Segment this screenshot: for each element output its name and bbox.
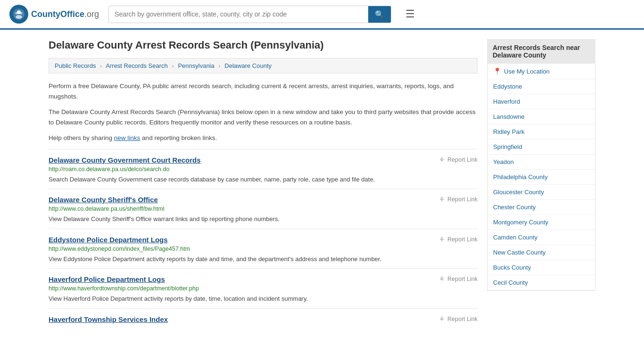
report-link-3[interactable]: ⚘ Report Link (439, 275, 478, 283)
sidebar-item-label: Montgomery County (493, 219, 548, 226)
sidebar-item-8[interactable]: Gloucester County (487, 185, 595, 199)
sidebar-item-4[interactable]: Ridley Park (487, 124, 595, 139)
sidebar-item-13[interactable]: Bucks County (487, 260, 595, 275)
sidebar-item-label: Ridley Park (493, 128, 524, 135)
search-button[interactable]: 🔍 (368, 6, 391, 23)
description-section: Perform a free Delaware County, PA publi… (49, 81, 478, 143)
sidebar-list-item: Gloucester County (487, 185, 595, 200)
sidebar-item-6[interactable]: Yeadon (487, 155, 595, 169)
desc-2: The Delaware County Arrest Records Searc… (49, 107, 478, 127)
logo-link[interactable]: CountyOffice.org (9, 5, 99, 24)
breadcrumb-delaware-county[interactable]: Delaware County (224, 62, 272, 69)
content-area: Delaware County Arrest Records Search (P… (49, 39, 478, 330)
sidebar-item-1[interactable]: Eddystone (487, 79, 595, 94)
sidebar-list-item: Haverford (487, 94, 595, 109)
breadcrumb-arrest-records[interactable]: Arrest Records Search (106, 62, 168, 69)
report-icon-1: ⚘ (439, 196, 445, 203)
sidebar-item-3[interactable]: Lansdowne (487, 109, 595, 124)
desc-3: Help others by sharing new links and rep… (49, 133, 478, 143)
menu-icon[interactable]: ☰ (405, 8, 415, 20)
breadcrumb-sep-3: › (218, 62, 220, 69)
sidebar-item-label: Yeadon (493, 158, 514, 165)
sidebar-item-label: Springfield (493, 143, 522, 150)
result-title-4[interactable]: Haverford Township Services Index (49, 315, 168, 323)
sidebar-item-label: Eddystone (493, 83, 522, 90)
result-header: Haverford Township Services Index ⚘ Repo… (49, 315, 478, 323)
sidebar-item-2[interactable]: Haverford (487, 94, 595, 109)
logo-icon (9, 5, 28, 24)
result-title-1[interactable]: Delaware County Sheriff's Office (49, 196, 158, 204)
sidebar-item-label: Use My Location (504, 68, 550, 75)
sidebar-list-item: Eddystone (487, 79, 595, 94)
sidebar-item-11[interactable]: Camden County (487, 230, 595, 245)
new-links-link[interactable]: new links (114, 134, 140, 141)
sidebar-list-item: New Castle County (487, 245, 595, 260)
breadcrumb-sep-1: › (100, 62, 102, 69)
result-title-2[interactable]: Eddystone Police Department Logs (49, 236, 168, 244)
sidebar-item-5[interactable]: Springfield (487, 140, 595, 154)
sidebar-list: 📍Use My LocationEddystoneHaverfordLansdo… (487, 64, 595, 291)
sidebar-item-0[interactable]: 📍Use My Location (487, 64, 595, 79)
report-icon-0: ⚘ (439, 156, 445, 164)
sidebar-item-label: Haverford (493, 98, 520, 105)
result-item: Delaware County Government Court Records… (49, 149, 478, 189)
result-url-2[interactable]: http://www.eddystonepd.com/index_files/P… (49, 246, 478, 252)
sidebar-item-label: Chester County (493, 204, 536, 211)
svg-point-4 (20, 12, 23, 15)
svg-point-3 (16, 12, 18, 15)
breadcrumb-sep-2: › (172, 62, 173, 69)
result-url-1[interactable]: http://www.co.delaware.pa.us/sheriff/bw.… (49, 206, 478, 212)
result-url-0[interactable]: http://roam.co.delaware.pa.us/delco/sear… (49, 166, 478, 173)
result-url-3[interactable]: http://www.haverfordtownship.com/departm… (49, 285, 478, 292)
sidebar-item-14[interactable]: Cecil County (487, 275, 595, 290)
result-title-0[interactable]: Delaware County Government Court Records (49, 156, 201, 164)
report-link-1[interactable]: ⚘ Report Link (439, 196, 478, 203)
result-header: Delaware County Sheriff's Office ⚘ Repor… (49, 196, 478, 204)
result-header: Delaware County Government Court Records… (49, 156, 478, 164)
desc-1: Perform a free Delaware County, PA publi… (49, 81, 478, 101)
breadcrumb-pennsylvania[interactable]: Pennsylvania (178, 62, 214, 69)
sidebar-list-item: Chester County (487, 200, 595, 215)
sidebar-list-item: Yeadon (487, 155, 595, 170)
search-input[interactable] (109, 6, 368, 23)
sidebar-list-item: Camden County (487, 230, 595, 245)
sidebar-list-item: Bucks County (487, 260, 595, 275)
sidebar-item-9[interactable]: Chester County (487, 200, 595, 214)
sidebar-list-item: 📍Use My Location (487, 64, 595, 79)
report-icon-4: ⚘ (439, 315, 445, 323)
result-header: Eddystone Police Department Logs ⚘ Repor… (49, 236, 478, 244)
result-item: Haverford Police Department Logs ⚘ Repor… (49, 268, 478, 308)
sidebar-item-label: Lansdowne (493, 113, 525, 120)
sidebar-item-label: Philadelphia County (493, 173, 548, 181)
result-header: Haverford Police Department Logs ⚘ Repor… (49, 275, 478, 283)
report-link-2[interactable]: ⚘ Report Link (439, 236, 478, 243)
sidebar-item-label: Gloucester County (493, 189, 544, 196)
location-pin-icon: 📍 (493, 67, 501, 75)
report-icon-2: ⚘ (439, 236, 445, 243)
logo-text: CountyOffice.org (31, 9, 99, 19)
sidebar-title: Arrest Records Search near Delaware Coun… (487, 39, 595, 64)
report-icon-3: ⚘ (439, 275, 445, 283)
sidebar-item-10[interactable]: Montgomery County (487, 215, 595, 230)
result-item: Eddystone Police Department Logs ⚘ Repor… (49, 229, 478, 269)
main-container: Delaware County Arrest Records Search (P… (39, 30, 605, 339)
page-title: Delaware County Arrest Records Search (P… (49, 39, 478, 51)
result-title-3[interactable]: Haverford Police Department Logs (49, 275, 165, 283)
result-desc-0: Search Delaware County Government case r… (49, 175, 478, 184)
sidebar-item-12[interactable]: New Castle County (487, 245, 595, 260)
results-list: Delaware County Government Court Records… (49, 149, 478, 330)
sidebar-list-item: Ridley Park (487, 124, 595, 140)
sidebar-item-7[interactable]: Philadelphia County (487, 170, 595, 184)
sidebar-item-label: New Castle County (493, 249, 545, 256)
sidebar-list-item: Cecil County (487, 275, 595, 290)
report-link-0[interactable]: ⚘ Report Link (439, 156, 478, 164)
result-desc-3: View Haverford Police Department activit… (49, 294, 478, 304)
breadcrumb-public-records[interactable]: Public Records (55, 62, 96, 69)
report-link-4[interactable]: ⚘ Report Link (439, 315, 478, 323)
sidebar: Arrest Records Search near Delaware Coun… (487, 39, 595, 330)
sidebar-list-item: Lansdowne (487, 109, 595, 124)
search-bar: 🔍 (108, 6, 391, 23)
result-desc-1: View Delaware County Sheriff's Office wa… (49, 214, 478, 224)
result-item: Delaware County Sheriff's Office ⚘ Repor… (49, 189, 478, 229)
result-desc-2: View Eddystone Police Department activit… (49, 255, 478, 264)
